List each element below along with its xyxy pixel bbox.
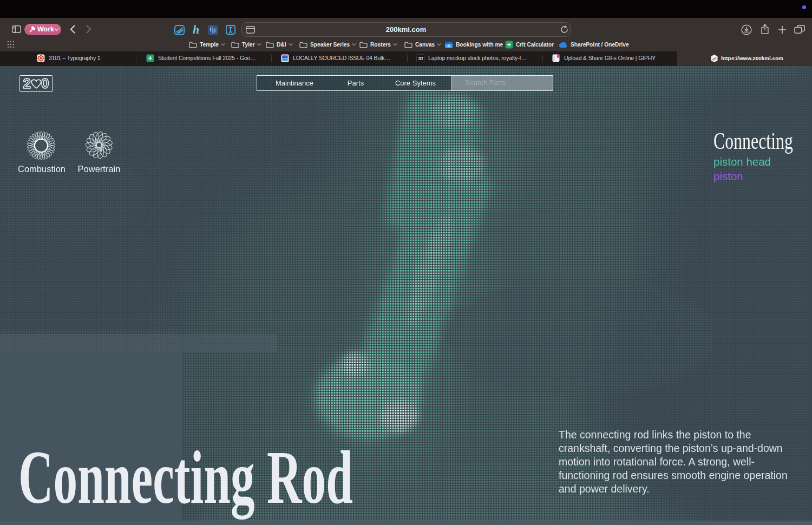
svg-text:St: St <box>418 56 423 61</box>
